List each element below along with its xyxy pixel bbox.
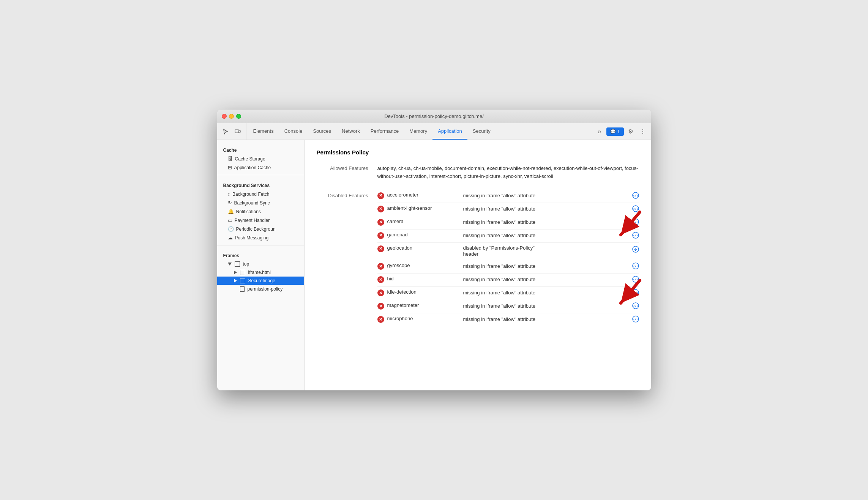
main-panel: Permissions Policy Allowed Features auto…: [305, 140, 651, 390]
frame-icon: [235, 261, 240, 267]
svg-text:</>: </>: [632, 304, 639, 308]
doc-icon: [240, 286, 245, 292]
feature-reason: missing in iframe "allow" attribute: [463, 232, 628, 239]
error-icon: ✕: [377, 316, 384, 323]
allowed-label: Allowed Features: [317, 165, 377, 171]
feature-name: geolocation: [387, 245, 463, 251]
minimize-button[interactable]: [229, 114, 234, 119]
view-source-icon[interactable]: </>: [632, 276, 639, 284]
device-toolbar-icon[interactable]: [232, 126, 243, 137]
error-icon: ✕: [377, 276, 384, 283]
feature-row-hid: ✕ hid missing in iframe "allow" attribut…: [377, 274, 639, 287]
sidebar-item-background-fetch[interactable]: ↕ Background Fetch: [217, 190, 304, 198]
allowed-value: autoplay, ch-ua, ch-ua-mobile, document-…: [377, 165, 639, 181]
feature-reason: missing in iframe "allow" attribute: [463, 316, 628, 323]
more-tabs-button[interactable]: »: [594, 126, 605, 137]
feature-name: camera: [387, 219, 463, 224]
feature-name: idle-detection: [387, 289, 463, 295]
feature-row-gyroscope: ✕ gyroscope missing in iframe "allow" at…: [377, 260, 639, 274]
svg-text:</>: </>: [632, 264, 639, 268]
clock-icon: 🕐: [228, 226, 234, 232]
feature-row-microphone: ✕ microphone missing in iframe "allow" a…: [377, 313, 639, 326]
view-source-icon[interactable]: [632, 246, 639, 254]
svg-text:</>: </>: [632, 291, 639, 295]
tab-application[interactable]: Application: [432, 123, 467, 140]
feature-reason: missing in iframe "allow" attribute: [463, 192, 628, 200]
devtools-window: DevTools - permission-policy-demo.glitch…: [217, 110, 651, 390]
disabled-features-section: Disabled Features ✕ accelerometer missin…: [317, 190, 639, 327]
feature-row-idle-detection: ✕ idle-detection missing in iframe "allo…: [377, 287, 639, 300]
close-button[interactable]: [222, 114, 227, 119]
collapse-icon: [234, 270, 237, 274]
svg-text:</>: </>: [632, 220, 639, 224]
feature-reason: missing in iframe "allow" attribute: [463, 302, 628, 310]
divider-2: [217, 245, 304, 245]
error-icon: ✕: [377, 219, 384, 226]
sidebar-item-secure-image[interactable]: SecureImage: [217, 277, 304, 285]
view-source-icon[interactable]: </>: [632, 302, 639, 311]
tab-console[interactable]: Console: [279, 123, 308, 140]
expand-icon: [228, 263, 232, 266]
sidebar-item-push-messaging[interactable]: ☁ Push Messaging: [217, 233, 304, 242]
svg-rect-0: [235, 130, 239, 133]
tab-sources[interactable]: Sources: [308, 123, 336, 140]
svg-text:</>: </>: [632, 194, 639, 198]
tab-security[interactable]: Security: [467, 123, 496, 140]
sidebar: Cache 🗄 Cache Storage ⊞ Application Cach…: [217, 140, 305, 390]
feature-name: gamepad: [387, 232, 463, 237]
tab-memory[interactable]: Memory: [404, 123, 432, 140]
view-source-icon[interactable]: </>: [632, 289, 639, 297]
sidebar-item-payment-handler[interactable]: ▭ Payment Handler: [217, 216, 304, 225]
frames-section-title: Frames: [217, 248, 304, 260]
cursor-icon[interactable]: [220, 126, 231, 137]
feature-reason: missing in iframe "allow" attribute: [463, 219, 628, 226]
more-options-button[interactable]: ⋮: [638, 126, 648, 137]
frame-icon: [240, 278, 245, 283]
tab-network[interactable]: Network: [336, 123, 365, 140]
feature-name: gyroscope: [387, 263, 463, 268]
feedback-button[interactable]: 💬 1: [606, 127, 624, 136]
collapse-icon: [234, 279, 237, 283]
error-icon: ✕: [377, 245, 384, 252]
feature-reason: missing in iframe "allow" attribute: [463, 276, 628, 283]
divider-1: [217, 175, 304, 175]
feature-reason: disabled by "Permissions-Policy"header: [463, 245, 628, 258]
error-icon: ✕: [377, 263, 384, 270]
title-bar: DevTools - permission-policy-demo.glitch…: [217, 110, 651, 123]
maximize-button[interactable]: [236, 114, 241, 119]
view-source-icon[interactable]: </>: [632, 263, 639, 271]
disabled-features-row: Disabled Features ✕ accelerometer missin…: [317, 190, 639, 327]
view-source-icon[interactable]: </>: [632, 316, 639, 324]
grid-icon: ⊞: [228, 165, 232, 170]
feature-name: ambient-light-sensor: [387, 205, 463, 211]
header-right: » 💬 1 ⚙ ⋮: [591, 123, 648, 140]
settings-button[interactable]: ⚙: [625, 126, 636, 137]
sidebar-item-iframe-html[interactable]: iframe.html: [217, 268, 304, 277]
sidebar-item-notifications[interactable]: 🔔 Notifications: [217, 207, 304, 216]
sidebar-item-periodic-background[interactable]: 🕐 Periodic Backgroun: [217, 225, 304, 233]
sidebar-item-background-sync[interactable]: ↻ Background Sync: [217, 198, 304, 207]
error-icon: ✕: [377, 232, 384, 239]
feature-row-accelerometer: ✕ accelerometer missing in iframe "allow…: [377, 190, 639, 203]
sidebar-item-cache-storage[interactable]: 🗄 Cache Storage: [217, 154, 304, 163]
tab-performance[interactable]: Performance: [365, 123, 404, 140]
sidebar-item-application-cache[interactable]: ⊞ Application Cache: [217, 163, 304, 172]
allowed-features-row: Allowed Features autoplay, ch-ua, ch-ua-…: [317, 165, 639, 181]
bell-icon: 🔔: [228, 209, 234, 214]
disabled-features-table: ✕ accelerometer missing in iframe "allow…: [377, 190, 639, 327]
frame-icon: [240, 270, 245, 275]
svg-rect-1: [239, 131, 240, 132]
view-source-icon[interactable]: </>: [632, 232, 639, 240]
view-source-icon[interactable]: </>: [632, 219, 639, 227]
svg-text:</>: </>: [632, 278, 639, 281]
sidebar-item-permission-policy[interactable]: permission-policy: [217, 285, 304, 293]
main-tabs: Elements Console Sources Network Perform…: [248, 123, 591, 140]
header-icons: [220, 123, 246, 140]
tab-elements[interactable]: Elements: [248, 123, 279, 140]
feature-row-gamepad: ✕ gamepad missing in iframe "allow" attr…: [377, 230, 639, 243]
feature-reason: missing in iframe "allow" attribute: [463, 205, 628, 213]
feature-reason: missing in iframe "allow" attribute: [463, 263, 628, 270]
view-source-icon[interactable]: </>: [632, 192, 639, 200]
sidebar-item-top[interactable]: top: [217, 260, 304, 268]
view-source-icon[interactable]: </>: [632, 205, 639, 214]
